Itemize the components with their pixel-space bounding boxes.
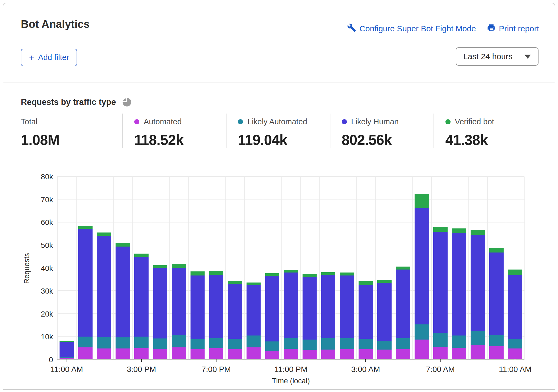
bar-segment-automated: [377, 350, 391, 359]
bar-segment-verified-bot: [153, 265, 167, 268]
y-tick-label: 50k: [41, 241, 53, 250]
bar-segment-automated: [508, 348, 522, 360]
bar-segment-likely-human: [321, 275, 335, 338]
bar-segment-automated: [97, 348, 111, 360]
bar-segment-likely-human: [116, 247, 130, 337]
bar-400pm: [153, 177, 167, 359]
bar-segment-likely-human: [508, 275, 522, 339]
header-divider: [3, 82, 555, 82]
bar-900am: [471, 177, 485, 359]
print-report-link[interactable]: Print report: [487, 23, 539, 34]
bar-700am: [433, 177, 447, 359]
pie-chart-icon: [121, 97, 133, 108]
bar-200pm: [116, 177, 130, 359]
bar-600pm: [191, 177, 205, 359]
bar-segment-automated: [359, 349, 373, 359]
add-filter-button[interactable]: + Add filter: [21, 49, 77, 66]
header-links: Configure Super Bot Fight Mode Print rep…: [347, 23, 539, 34]
y-tick-label: 20k: [41, 310, 53, 318]
stat-label: Verified bot: [455, 117, 494, 126]
bar-segment-verified-bot: [191, 271, 205, 275]
bar-slot: [450, 177, 468, 359]
bar-slot: [431, 177, 450, 359]
bar-slot: [151, 177, 169, 359]
bar-segment-likely-human: [452, 233, 466, 335]
bar-segment-verified-bot: [471, 230, 485, 235]
section-title: Requests by traffic type: [21, 97, 116, 107]
likely-automated-legend-dot: [238, 119, 243, 124]
bar-segment-likely-automated: [303, 340, 317, 350]
bar-segment-likely-automated: [116, 337, 130, 348]
bar-slot: [338, 177, 356, 359]
bar-segment-verified-bot: [321, 272, 335, 275]
add-filter-label: Add filter: [38, 53, 69, 62]
x-tick-mark: [291, 359, 291, 362]
y-tick-label: 80k: [41, 172, 53, 181]
stat-value: 118.52k: [134, 132, 226, 148]
bar-segment-automated: [396, 349, 410, 359]
time-range-value: Last 24 hours: [463, 52, 513, 61]
bar-segment-automated: [228, 349, 242, 359]
bar-segment-verified-bot: [209, 271, 223, 275]
bar-segment-likely-automated: [209, 338, 223, 348]
x-tick-mark: [515, 359, 515, 362]
bar-segment-likely-automated: [340, 338, 354, 349]
bar-segment-likely-automated: [78, 337, 92, 348]
bar-segment-automated: [116, 348, 130, 359]
bar-segment-likely-automated: [284, 338, 298, 349]
bar-slot: [282, 177, 300, 359]
bar-900pm: [247, 177, 261, 359]
bar-segment-likely-automated: [433, 333, 447, 347]
bar-segment-automated: [340, 349, 354, 359]
bar-700pm: [209, 177, 223, 359]
bar-segment-likely-human: [153, 268, 167, 338]
x-tick-label: 11:00 AM: [499, 365, 531, 374]
bar-600am: [415, 177, 429, 359]
bar-segment-likely-human: [191, 275, 205, 339]
bar-segment-likely-human: [78, 229, 92, 337]
x-tick-mark: [440, 359, 441, 362]
configure-super-bot-fight-mode-link[interactable]: Configure Super Bot Fight Mode: [347, 23, 476, 34]
bar-segment-likely-automated: [508, 339, 522, 348]
stat-value: 802.56k: [342, 132, 434, 148]
stat-likely-human: Likely Human 802.56k: [330, 114, 434, 148]
time-range-select[interactable]: Last 24 hours: [456, 47, 539, 66]
stat-automated: Automated 118.52k: [122, 114, 226, 148]
bar-slot: [57, 177, 76, 359]
bar-segment-likely-automated: [97, 337, 111, 348]
bar-slot: [263, 177, 282, 359]
bar-segment-likely-human: [415, 208, 429, 324]
bar-400am: [377, 177, 391, 359]
bar-200am: [340, 177, 354, 359]
bar-segment-likely-automated: [489, 335, 503, 346]
bar-slot: [300, 177, 319, 359]
bar-segment-automated: [415, 340, 429, 359]
wrench-icon: [347, 23, 356, 34]
bar-segment-verified-bot: [340, 273, 354, 275]
bar-segment-likely-automated: [415, 324, 429, 340]
stat-verified-bot: Verified bot 41.38k: [434, 114, 537, 148]
stat-value: 41.38k: [445, 132, 537, 148]
bar-slot: [506, 177, 524, 359]
bar-segment-verified-bot: [415, 194, 429, 208]
x-tick-label: 3:00 AM: [351, 365, 380, 374]
x-tick-label: 11:00 PM: [274, 365, 307, 374]
bar-slot: [132, 177, 151, 359]
bar-segment-automated: [209, 348, 223, 359]
bar-slot: [319, 177, 338, 359]
bar-segment-likely-automated: [377, 341, 391, 350]
stat-total: Total 1.08M: [21, 114, 122, 148]
stat-label: Likely Human: [351, 117, 399, 126]
bar-500am: [396, 177, 410, 359]
bar-segment-verified-bot: [508, 270, 522, 275]
bar-segment-likely-automated: [396, 338, 410, 349]
bar-segment-likely-human: [284, 273, 298, 338]
bar-100pm: [97, 177, 111, 359]
stat-value: 119.04k: [238, 132, 330, 148]
bar-segment-verified-bot: [359, 281, 373, 285]
x-axis-tick-labels: 11:00 AM3:00 PM7:00 PM11:00 PM3:00 AM7:0…: [57, 365, 524, 376]
bar-slot: [356, 177, 375, 359]
bar-segment-likely-human: [60, 342, 74, 357]
bar-segment-likely-human: [265, 276, 279, 341]
bar-segment-verified-bot: [78, 226, 92, 228]
